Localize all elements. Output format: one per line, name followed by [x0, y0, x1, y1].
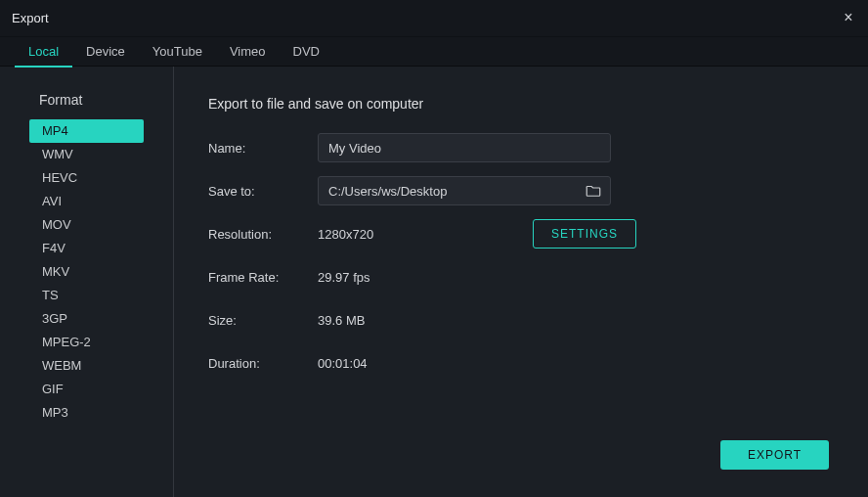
format-heading: Format — [0, 86, 173, 119]
format-item-webm[interactable]: WEBM — [29, 354, 144, 378]
saveto-input[interactable] — [328, 184, 585, 199]
framerate-label: Frame Rate: — [208, 270, 318, 285]
format-item-mpeg2[interactable]: MPEG-2 — [29, 331, 144, 354]
format-item-mp4[interactable]: MP4 — [29, 119, 144, 143]
format-item-mp3[interactable]: MP3 — [29, 401, 144, 425]
size-label: Size: — [208, 313, 318, 328]
duration-label: Duration: — [208, 356, 318, 371]
format-item-3gp[interactable]: 3GP — [29, 307, 144, 331]
tab-dvd[interactable]: DVD — [280, 37, 333, 67]
format-item-mkv[interactable]: MKV — [29, 260, 144, 284]
export-settings-pane: Export to file and save on computer Name… — [174, 67, 868, 497]
format-item-gif[interactable]: GIF — [29, 378, 144, 401]
name-input[interactable] — [318, 133, 611, 162]
resolution-label: Resolution: — [208, 227, 318, 242]
folder-icon[interactable] — [585, 182, 602, 200]
tab-vimeo[interactable]: Vimeo — [216, 37, 280, 67]
settings-button[interactable]: SETTINGS — [533, 219, 636, 248]
saveto-field — [318, 176, 611, 205]
tab-label: Device — [86, 44, 125, 59]
format-sidebar: Format MP4 WMV HEVC AVI MOV F4V MKV TS 3… — [0, 67, 174, 497]
close-icon[interactable]: × — [839, 9, 858, 28]
format-item-hevc[interactable]: HEVC — [29, 166, 144, 190]
pane-heading: Export to file and save on computer — [208, 96, 829, 112]
resolution-value: 1280x720 — [318, 227, 533, 242]
format-item-wmv[interactable]: WMV — [29, 143, 144, 166]
tab-label: YouTube — [152, 44, 202, 59]
tab-bar: Local Device YouTube Vimeo DVD — [0, 37, 868, 67]
size-value: 39.6 MB — [318, 313, 365, 328]
tab-label: Vimeo — [230, 44, 266, 59]
tab-device[interactable]: Device — [72, 37, 139, 67]
format-item-f4v[interactable]: F4V — [29, 237, 144, 260]
window-title: Export — [12, 11, 49, 25]
title-bar: Export × — [0, 0, 868, 37]
tab-local[interactable]: Local — [15, 37, 72, 67]
format-item-avi[interactable]: AVI — [29, 190, 144, 213]
format-item-ts[interactable]: TS — [29, 284, 144, 307]
export-button[interactable]: EXPORT — [720, 440, 829, 470]
tab-youtube[interactable]: YouTube — [139, 37, 216, 67]
tab-label: Local — [28, 44, 59, 59]
duration-value: 00:01:04 — [318, 356, 368, 371]
name-label: Name: — [208, 141, 318, 156]
tab-label: DVD — [293, 44, 320, 59]
saveto-label: Save to: — [208, 184, 318, 199]
framerate-value: 29.97 fps — [318, 270, 370, 285]
format-item-mov[interactable]: MOV — [29, 213, 144, 237]
